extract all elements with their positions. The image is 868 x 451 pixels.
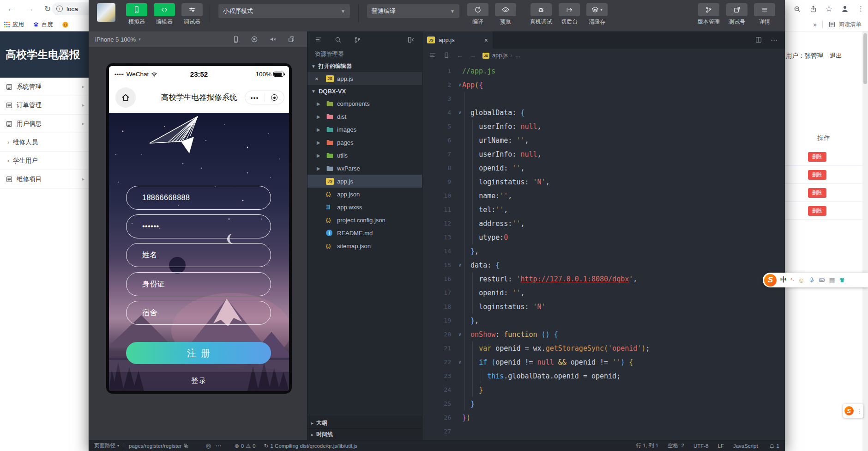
profile-avatar-icon[interactable] xyxy=(841,5,849,13)
code-line[interactable]: 17 openid: '', xyxy=(422,286,785,300)
tree-folder-pages[interactable]: ▶pages xyxy=(307,136,422,149)
tree-file-app.wxss[interactable]: Ǝapp.wxss xyxy=(307,201,422,213)
collapse-sidebar-icon[interactable] xyxy=(407,36,415,43)
capsule-more-button[interactable]: ••• xyxy=(245,94,265,101)
mute-icon[interactable] xyxy=(269,36,277,43)
code-line[interactable]: 19 }, xyxy=(422,314,785,328)
fold-chevron-icon[interactable]: ∨ xyxy=(458,355,461,369)
toolbar-select-普通编译[interactable]: 普通编译▼ xyxy=(367,4,459,18)
toolbar-button-模拟器[interactable]: 模拟器 xyxy=(126,3,147,26)
search-icon[interactable] xyxy=(334,36,342,43)
code-line[interactable]: 22∨ if (openid != null && openid != '') … xyxy=(422,355,785,369)
code-line[interactable]: 15∨ data: { xyxy=(422,258,785,272)
forward-icon[interactable]: → xyxy=(25,4,34,14)
split-editor-icon[interactable] xyxy=(755,36,762,44)
toolbar-button-版本管理[interactable]: 版本管理 xyxy=(698,3,720,26)
code-line[interactable]: 26}) xyxy=(422,411,785,425)
tab-close-icon[interactable]: × xyxy=(484,37,488,44)
bookmarks-overflow[interactable]: » xyxy=(813,21,817,28)
code-line[interactable]: 3 xyxy=(422,92,785,106)
back-icon[interactable]: ← xyxy=(6,4,15,14)
toolbar-button-预览[interactable]: 预览 xyxy=(495,3,516,26)
fold-chevron-icon[interactable]: ∨ xyxy=(458,106,461,120)
account-avatar[interactable] xyxy=(97,3,115,22)
capsule-close-button[interactable] xyxy=(265,94,284,101)
code-line[interactable]: 23 this.globalData.openid = openid; xyxy=(422,369,785,383)
code-line[interactable]: 25 } xyxy=(422,397,785,411)
code-line[interactable]: 27 xyxy=(422,425,785,439)
page-path-selector[interactable]: 页面路径▾ xyxy=(94,442,119,449)
code-line[interactable]: 8 openid: '', xyxy=(422,161,785,175)
indent-setting[interactable]: 空格: 2 xyxy=(668,442,684,449)
close-icon[interactable]: × xyxy=(315,75,319,82)
code-line[interactable]: 5 userInfo: null, xyxy=(422,120,785,134)
code-line[interactable]: 7 userInfo: null, xyxy=(422,147,785,161)
reload-icon[interactable]: ↻ xyxy=(44,4,51,14)
login-link[interactable]: 登录 xyxy=(109,377,289,385)
code-line[interactable]: 12 address:'', xyxy=(422,217,785,231)
sidebar-item-系统管理[interactable]: 系统管理▸ xyxy=(0,78,88,96)
sidebar-item-用户信息[interactable]: 用户信息▸ xyxy=(0,115,88,133)
nav-back-icon[interactable]: ← xyxy=(457,52,463,59)
outline-section[interactable]: ▸大纲 xyxy=(307,417,422,428)
reading-list-button[interactable]: 阅读清单 xyxy=(828,21,862,29)
code-line[interactable]: 1//app.js xyxy=(422,64,785,78)
dorm-input[interactable]: 宿舍 xyxy=(126,301,271,325)
ime-lang-toggle[interactable]: 中 xyxy=(780,276,787,284)
statusbar-more-icon[interactable]: ⋯ xyxy=(216,442,222,449)
project-root[interactable]: ▼DQBX-VX xyxy=(307,85,422,97)
outline-icon[interactable] xyxy=(429,52,436,59)
eol-setting[interactable]: LF xyxy=(717,443,723,449)
source-control-icon[interactable] xyxy=(354,36,361,43)
sogou-ime-toolbar[interactable]: S 中 °· ☺ ▦ xyxy=(763,273,868,287)
device-selector[interactable]: iPhone 5 100% xyxy=(95,36,136,43)
bookmark-emoji[interactable] xyxy=(62,21,69,28)
toolbar-button-调试器[interactable]: 调试器 xyxy=(181,3,203,26)
ime-punct-toggle[interactable]: °· xyxy=(790,277,794,283)
sidebar-item-维修项目[interactable]: 维修项目▸ xyxy=(0,170,88,189)
bookmark-icon[interactable] xyxy=(443,52,450,59)
code-line[interactable]: 2∨App({ xyxy=(422,78,785,92)
tree-folder-utils[interactable]: ▶utils xyxy=(307,149,422,162)
ime-skin-icon[interactable] xyxy=(839,277,845,283)
bookmark-star-icon[interactable]: ☆ xyxy=(826,4,832,14)
toolbar-button-真机调试[interactable]: 真机调试 xyxy=(530,3,552,26)
delete-button[interactable]: 删除 xyxy=(808,170,826,180)
toolbar-button-清缓存[interactable]: ▾清缓存 xyxy=(586,3,608,26)
toolbar-button-编译[interactable]: 编译 xyxy=(467,3,488,26)
preview-eye-icon[interactable]: ◎ xyxy=(205,442,211,449)
copy-icon[interactable] xyxy=(183,443,189,449)
ime-emoji-icon[interactable]: ☺ xyxy=(798,276,805,284)
sogou-logo-icon[interactable]: S xyxy=(764,274,777,286)
sidebar-item-学生用户[interactable]: ›学生用户 xyxy=(0,152,88,170)
fold-chevron-icon[interactable]: ∨ xyxy=(458,258,461,272)
bookmark-apps[interactable]: 应用 xyxy=(4,21,24,29)
password-input[interactable]: •••••• xyxy=(126,214,271,238)
timeline-section[interactable]: ▸时间线 xyxy=(307,428,422,440)
fold-chevron-icon[interactable]: ∨ xyxy=(458,78,461,92)
open-editor-item[interactable]: × JS app.js xyxy=(307,72,422,85)
logout-link[interactable]: 退出 xyxy=(830,52,842,60)
record-icon[interactable] xyxy=(251,36,258,43)
ime-grid-icon[interactable]: ▦ xyxy=(829,276,835,284)
toolbar-button-编辑器[interactable]: 编辑器 xyxy=(154,3,175,26)
code-area[interactable]: 1//app.js2∨App({34∨ globalData: {5 userI… xyxy=(422,62,785,440)
browser-scrollbar[interactable] xyxy=(862,31,868,451)
tree-file-app.js[interactable]: JSapp.js xyxy=(307,175,422,188)
delete-button[interactable]: 删除 xyxy=(808,152,826,162)
tree-file-app.json[interactable]: {..}app.json xyxy=(307,188,422,201)
tree-folder-dist[interactable]: ▶dist xyxy=(307,110,422,123)
toolbar-select-小程序模式[interactable]: 小程序模式▼ xyxy=(218,4,350,18)
language-mode[interactable]: JavaScript xyxy=(733,443,758,449)
code-line[interactable]: 4∨ globalData: { xyxy=(422,106,785,120)
breadcrumb[interactable]: JS app.js › … xyxy=(482,52,521,59)
tree-folder-components[interactable]: ▶components xyxy=(307,97,422,110)
sidebar-item-维修人员[interactable]: ›维修人员 xyxy=(0,133,88,152)
code-line[interactable]: 10 name:'', xyxy=(422,189,785,203)
code-line[interactable]: 11 tel:'', xyxy=(422,203,785,217)
ime-keyboard-icon[interactable] xyxy=(819,277,825,283)
delete-button[interactable]: 删除 xyxy=(808,206,826,216)
tree-file-README.md[interactable]: iREADME.md xyxy=(307,226,422,239)
code-line[interactable]: 18 loginstatus: 'N' xyxy=(422,300,785,314)
rotate-device-icon[interactable] xyxy=(232,36,240,43)
